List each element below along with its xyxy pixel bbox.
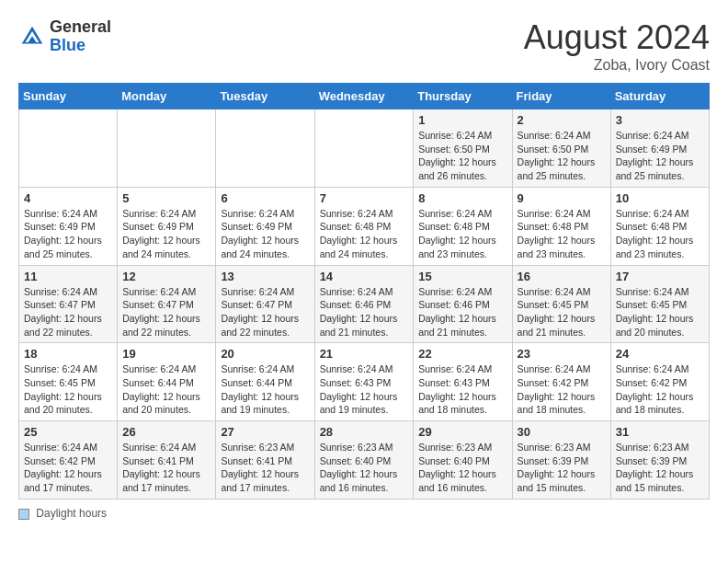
day-number: 24 [616,347,704,361]
calendar-cell: 10Sunrise: 6:24 AMSunset: 6:48 PMDayligh… [610,187,709,265]
calendar-cell: 21Sunrise: 6:24 AMSunset: 6:43 PMDayligh… [314,343,414,421]
calendar-cell: 27Sunrise: 6:23 AMSunset: 6:41 PMDayligh… [216,421,314,500]
day-number: 21 [320,347,409,361]
day-info: Sunrise: 6:23 AMSunset: 6:40 PMDaylight:… [320,441,409,495]
day-info: Sunrise: 6:24 AMSunset: 6:43 PMDaylight:… [418,362,506,417]
day-number: 5 [122,191,210,205]
daylight-label: Daylight hours [36,507,107,520]
calendar-cell: 1Sunrise: 6:24 AMSunset: 6:50 PMDaylight… [414,109,512,188]
calendar-cell: 20Sunrise: 6:24 AMSunset: 6:44 PMDayligh… [216,343,314,421]
calendar-cell: 31Sunrise: 6:23 AMSunset: 6:39 PMDayligh… [610,421,709,500]
calendar-cell: 19Sunrise: 6:24 AMSunset: 6:44 PMDayligh… [118,343,216,421]
day-number: 23 [518,347,606,361]
location-subtitle: Zoba, Ivory Coast [524,57,710,74]
page-header: General Blue August 2024 Zoba, Ivory Coa… [18,18,710,74]
day-number: 3 [616,113,704,127]
calendar-cell [118,109,216,188]
day-info: Sunrise: 6:24 AMSunset: 6:47 PMDaylight:… [122,285,210,339]
calendar-footer: Daylight hours [18,507,710,520]
calendar-cell: 2Sunrise: 6:24 AMSunset: 6:50 PMDaylight… [512,109,610,188]
calendar-cell: 11Sunrise: 6:24 AMSunset: 6:47 PMDayligh… [19,265,118,343]
calendar-cell: 9Sunrise: 6:24 AMSunset: 6:48 PMDaylight… [512,187,610,265]
daylight-swatch [18,509,29,520]
calendar-week-2: 4Sunrise: 6:24 AMSunset: 6:49 PMDaylight… [19,187,710,265]
day-info: Sunrise: 6:24 AMSunset: 6:44 PMDaylight:… [221,362,309,417]
day-info: Sunrise: 6:23 AMSunset: 6:39 PMDaylight:… [616,441,704,495]
calendar-week-5: 25Sunrise: 6:24 AMSunset: 6:42 PMDayligh… [19,421,710,500]
day-info: Sunrise: 6:24 AMSunset: 6:50 PMDaylight:… [518,129,606,183]
day-number: 6 [221,191,309,205]
calendar-header-monday: Monday [118,84,216,109]
day-info: Sunrise: 6:23 AMSunset: 6:41 PMDaylight:… [221,441,309,495]
day-number: 29 [418,425,506,439]
calendar-week-1: 1Sunrise: 6:24 AMSunset: 6:50 PMDaylight… [19,109,710,188]
day-number: 27 [221,425,309,439]
calendar-cell: 4Sunrise: 6:24 AMSunset: 6:49 PMDaylight… [19,187,118,265]
calendar-cell: 28Sunrise: 6:23 AMSunset: 6:40 PMDayligh… [314,421,414,500]
day-number: 19 [122,347,210,361]
calendar-cell: 13Sunrise: 6:24 AMSunset: 6:47 PMDayligh… [216,265,314,343]
day-info: Sunrise: 6:24 AMSunset: 6:47 PMDaylight:… [24,285,112,339]
day-number: 30 [518,425,606,439]
day-info: Sunrise: 6:24 AMSunset: 6:45 PMDaylight:… [616,285,704,339]
day-info: Sunrise: 6:23 AMSunset: 6:40 PMDaylight:… [418,441,506,495]
calendar-week-3: 11Sunrise: 6:24 AMSunset: 6:47 PMDayligh… [19,265,710,343]
day-info: Sunrise: 6:24 AMSunset: 6:45 PMDaylight:… [518,285,606,339]
day-number: 31 [616,425,704,439]
logo-blue: Blue [50,36,85,54]
day-info: Sunrise: 6:24 AMSunset: 6:47 PMDaylight:… [221,285,309,339]
calendar-cell: 12Sunrise: 6:24 AMSunset: 6:47 PMDayligh… [118,265,216,343]
calendar-cell: 29Sunrise: 6:23 AMSunset: 6:40 PMDayligh… [414,421,512,500]
calendar-header-tuesday: Tuesday [216,84,314,109]
day-info: Sunrise: 6:24 AMSunset: 6:44 PMDaylight:… [122,362,210,417]
calendar-cell: 6Sunrise: 6:24 AMSunset: 6:49 PMDaylight… [216,187,314,265]
calendar-header-wednesday: Wednesday [314,84,414,109]
calendar-cell: 18Sunrise: 6:24 AMSunset: 6:45 PMDayligh… [19,343,118,421]
day-info: Sunrise: 6:24 AMSunset: 6:45 PMDaylight:… [24,362,112,417]
day-info: Sunrise: 6:24 AMSunset: 6:48 PMDaylight:… [320,207,409,261]
day-info: Sunrise: 6:24 AMSunset: 6:49 PMDaylight:… [616,129,704,183]
day-number: 2 [518,113,606,127]
calendar-cell [216,109,314,188]
calendar-cell: 14Sunrise: 6:24 AMSunset: 6:46 PMDayligh… [314,265,414,343]
calendar-header-friday: Friday [512,84,610,109]
logo-text: General Blue [50,18,111,55]
calendar-cell: 3Sunrise: 6:24 AMSunset: 6:49 PMDaylight… [610,109,709,188]
day-info: Sunrise: 6:24 AMSunset: 6:49 PMDaylight:… [221,207,309,261]
calendar-cell [314,109,414,188]
day-info: Sunrise: 6:23 AMSunset: 6:39 PMDaylight:… [518,441,606,495]
day-info: Sunrise: 6:24 AMSunset: 6:48 PMDaylight:… [518,207,606,261]
calendar-week-4: 18Sunrise: 6:24 AMSunset: 6:45 PMDayligh… [19,343,710,421]
daylight-legend: Daylight hours [18,507,107,520]
logo: General Blue [18,18,111,55]
calendar-cell: 7Sunrise: 6:24 AMSunset: 6:48 PMDaylight… [314,187,414,265]
day-info: Sunrise: 6:24 AMSunset: 6:43 PMDaylight:… [320,362,409,417]
day-info: Sunrise: 6:24 AMSunset: 6:50 PMDaylight:… [418,129,506,183]
day-info: Sunrise: 6:24 AMSunset: 6:42 PMDaylight:… [24,441,112,495]
calendar-cell: 16Sunrise: 6:24 AMSunset: 6:45 PMDayligh… [512,265,610,343]
calendar-header-row: SundayMondayTuesdayWednesdayThursdayFrid… [19,84,710,109]
calendar-table: SundayMondayTuesdayWednesdayThursdayFrid… [18,83,710,500]
calendar-cell: 17Sunrise: 6:24 AMSunset: 6:45 PMDayligh… [610,265,709,343]
calendar-cell: 23Sunrise: 6:24 AMSunset: 6:42 PMDayligh… [512,343,610,421]
calendar-cell: 30Sunrise: 6:23 AMSunset: 6:39 PMDayligh… [512,421,610,500]
day-info: Sunrise: 6:24 AMSunset: 6:49 PMDaylight:… [24,207,112,261]
day-info: Sunrise: 6:24 AMSunset: 6:46 PMDaylight:… [418,285,506,339]
calendar-cell: 24Sunrise: 6:24 AMSunset: 6:42 PMDayligh… [610,343,709,421]
day-number: 1 [418,113,506,127]
calendar-cell: 5Sunrise: 6:24 AMSunset: 6:49 PMDaylight… [118,187,216,265]
day-info: Sunrise: 6:24 AMSunset: 6:42 PMDaylight:… [518,362,606,417]
day-info: Sunrise: 6:24 AMSunset: 6:48 PMDaylight:… [418,207,506,261]
calendar-cell: 26Sunrise: 6:24 AMSunset: 6:41 PMDayligh… [118,421,216,500]
calendar-cell: 25Sunrise: 6:24 AMSunset: 6:42 PMDayligh… [19,421,118,500]
day-info: Sunrise: 6:24 AMSunset: 6:48 PMDaylight:… [616,207,704,261]
day-number: 25 [24,425,112,439]
calendar-cell [19,109,118,188]
month-year-title: August 2024 [524,18,710,57]
day-number: 20 [221,347,309,361]
day-number: 10 [616,191,704,205]
calendar-cell: 22Sunrise: 6:24 AMSunset: 6:43 PMDayligh… [414,343,512,421]
calendar-header-thursday: Thursday [414,84,512,109]
day-number: 15 [418,270,506,283]
day-number: 8 [418,191,506,205]
